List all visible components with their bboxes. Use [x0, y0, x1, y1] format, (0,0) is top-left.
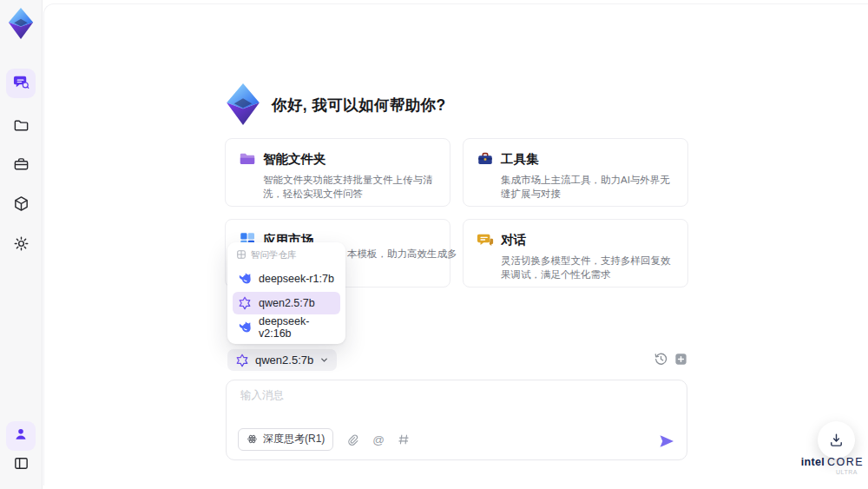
- intel-brand-text: intel: [801, 456, 825, 468]
- deep-think-label: 深度思考(R1): [263, 432, 325, 446]
- sidebar-item-chat[interactable]: [6, 69, 36, 98]
- download-icon: [828, 432, 845, 448]
- greeting-title: 你好, 我可以如何帮助你?: [272, 95, 446, 116]
- model-option-deepseek-v2[interactable]: deepseek-v2:16b: [233, 316, 340, 339]
- sidebar-item-toolbox[interactable]: [6, 151, 36, 181]
- chevron-down-icon: [319, 355, 329, 365]
- folder-icon: [13, 116, 30, 136]
- new-chat-plus-icon[interactable]: [674, 352, 688, 367]
- app-logo-icon: [7, 8, 35, 39]
- briefcase-icon: [13, 156, 30, 176]
- model-selector-button[interactable]: qwen2.5:7b: [227, 349, 337, 371]
- card-smart-folder[interactable]: 智能文件夹 智能文件夹功能支持批量文件上传与清洗，轻松实现文件问答: [225, 138, 450, 207]
- navy-briefcase-icon: [477, 150, 494, 168]
- card-description: 集成市场上主流工具，助力AI与外界无缝扩展与对接: [501, 173, 675, 201]
- message-input-placeholder: 输入消息: [240, 388, 284, 403]
- card-description: 智能文件夹功能支持批量文件上传与清洗，轻松实现文件问答: [263, 173, 437, 201]
- deepseek-whale-icon: [238, 320, 252, 334]
- card-description-fragment: 本模板，助力高效生成多: [347, 247, 457, 261]
- sidebar-item-settings[interactable]: [6, 230, 36, 260]
- model-option-label: deepseek-v2:16b: [259, 315, 335, 340]
- hash-grid-icon[interactable]: [398, 433, 411, 446]
- paperclip-icon[interactable]: [346, 433, 359, 446]
- card-dialogue[interactable]: 对话 灵活切换多模型文件，支持多样回复效果调试，满足个性化需求: [463, 219, 688, 287]
- model-option-label: deepseek-r1:7b: [259, 273, 334, 285]
- sidebar: [0, 0, 43, 489]
- deepseek-whale-icon: [238, 272, 252, 286]
- sidebar-item-user[interactable]: [6, 421, 36, 451]
- sidebar-item-folders[interactable]: [6, 111, 36, 141]
- model-dropdown-group-header: 智问学仓库: [233, 248, 340, 266]
- card-title: 工具集: [501, 151, 539, 168]
- atom-icon: [247, 433, 258, 445]
- panel-layout-icon: [13, 455, 30, 475]
- card-title: 智能文件夹: [263, 151, 326, 168]
- intel-product-text: core: [827, 456, 864, 468]
- qwen-star-icon: [235, 354, 249, 367]
- qwen-star-icon: [238, 296, 252, 310]
- send-plane-icon[interactable]: [658, 433, 675, 450]
- card-description: 灵活切换多模型文件，支持多样回复效果调试，满足个性化需求: [501, 254, 675, 281]
- message-input[interactable]: 输入消息 深度思考(R1) @: [226, 380, 687, 460]
- sidebar-item-apps[interactable]: [6, 190, 36, 220]
- model-option-qwen[interactable]: qwen2.5:7b: [233, 292, 340, 314]
- at-sign-icon[interactable]: @: [372, 433, 385, 446]
- intel-core-badge: intelcore ultra: [799, 456, 866, 475]
- model-option-deepseek-r1[interactable]: deepseek-r1:7b: [233, 268, 340, 290]
- model-dropdown: 智问学仓库 deepseek-r1:7b qwen2.5:7b: [227, 242, 345, 344]
- cube-icon: [13, 195, 30, 215]
- deep-think-toggle[interactable]: 深度思考(R1): [238, 428, 333, 451]
- intel-tier-text: ultra: [799, 469, 858, 475]
- hero-logo-icon: [223, 83, 263, 125]
- card-title: 对话: [501, 232, 526, 248]
- gold-chat-icon: [477, 231, 494, 248]
- app-window: 你好, 我可以如何帮助你? 智能文件夹 智能文件夹功能支持批量文件上传与清洗，轻…: [0, 0, 868, 489]
- sidebar-item-panel-toggle[interactable]: [6, 450, 36, 479]
- model-selector-label: qwen2.5:7b: [255, 354, 313, 367]
- model-dropdown-group-label: 智问学仓库: [251, 249, 297, 261]
- gear-icon: [13, 235, 30, 255]
- model-option-label: qwen2.5:7b: [259, 297, 315, 309]
- model-source-icon: [236, 249, 247, 261]
- history-icon[interactable]: [654, 352, 668, 367]
- person-icon: [13, 426, 29, 446]
- chat-bubble-icon: [13, 74, 30, 94]
- card-toolset[interactable]: 工具集 集成市场上主流工具，助力AI与外界无缝扩展与对接: [463, 138, 688, 207]
- purple-folder-icon: [239, 150, 256, 168]
- download-button[interactable]: [818, 421, 855, 459]
